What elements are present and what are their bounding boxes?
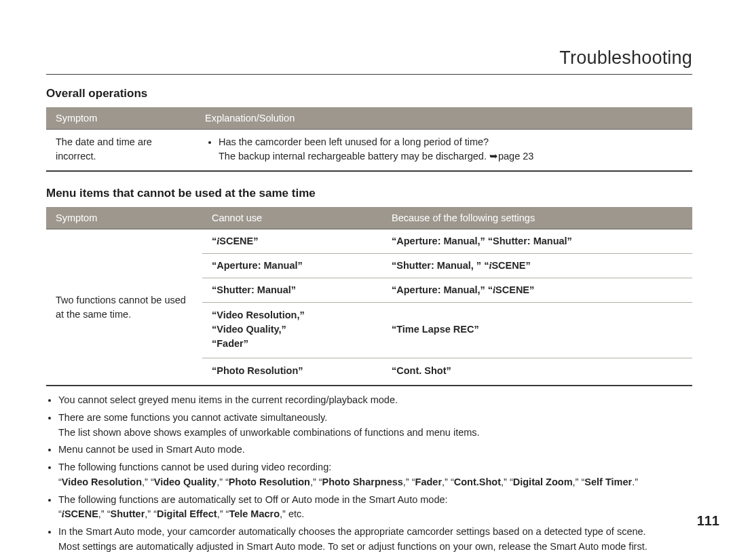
page-number: 111: [697, 513, 719, 529]
cell-cannot-2: “Shutter: Manual”: [202, 278, 382, 303]
note-1: You cannot select greyed menu items in t…: [58, 393, 692, 408]
note-5: The following functions are automaticall…: [58, 493, 692, 523]
cell-because-2: “Aperture: Manual,” “iSCENE”: [382, 278, 692, 303]
cell-explanation: Has the camcorder been left unused for a…: [195, 130, 692, 172]
col-symptom-2: Symptom: [46, 207, 202, 229]
header-rule: [46, 74, 692, 75]
section-heading-menu: Menu items that cannot be used at the sa…: [46, 187, 692, 200]
table-menu-conflicts: Symptom Cannot use Because of the follow…: [46, 207, 692, 386]
arrow-icon: ➥: [489, 151, 498, 162]
col-symptom: Symptom: [46, 107, 195, 130]
cell-symptom: The date and time are incorrect.: [46, 130, 195, 172]
cell-cannot-3: “Video Resolution,” “Video Quality,” “Fa…: [202, 303, 382, 358]
note-3: Menu cannot be used in Smart Auto mode.: [58, 443, 692, 458]
cell-because-3: “Time Lapse REC”: [382, 303, 692, 358]
table-overall: Symptom Explanation/Solution The date an…: [46, 107, 692, 172]
cell-because-0: “Aperture: Manual,” “Shutter: Manual”: [382, 229, 692, 254]
cell-symptom-span: Two functions cannot be used at the same…: [46, 229, 202, 386]
notes-list: You cannot select greyed menu items in t…: [58, 393, 692, 555]
cell-cannot-4: “Photo Resolution”: [202, 358, 382, 386]
note-4: The following functions cannot be used d…: [58, 460, 692, 490]
manual-page: Troubleshooting Overall operations Sympt…: [0, 0, 733, 560]
note-2: There are some functions you cannot acti…: [58, 411, 692, 441]
cell-because-4: “Cont. Shot”: [382, 358, 692, 386]
explanation-sub-b: page 23: [498, 151, 533, 162]
col-because: Because of the following settings: [382, 207, 692, 229]
cell-because-1: “Shutter: Manual, ” “iSCENE”: [382, 254, 692, 278]
explanation-sub-a: The backup internal rechargeable battery…: [219, 151, 489, 162]
col-explanation: Explanation/Solution: [195, 107, 692, 130]
cell-cannot-0: “iSCENE”: [202, 229, 382, 254]
note-6: In the Smart Auto mode, your camcorder a…: [58, 525, 692, 555]
page-title: Troubleshooting: [46, 48, 692, 69]
col-cannot-use: Cannot use: [202, 207, 382, 229]
explanation-bullet: Has the camcorder been left unused for a…: [219, 135, 683, 149]
section-heading-overall: Overall operations: [46, 87, 692, 100]
cell-cannot-1: “Aperture: Manual”: [202, 254, 382, 278]
